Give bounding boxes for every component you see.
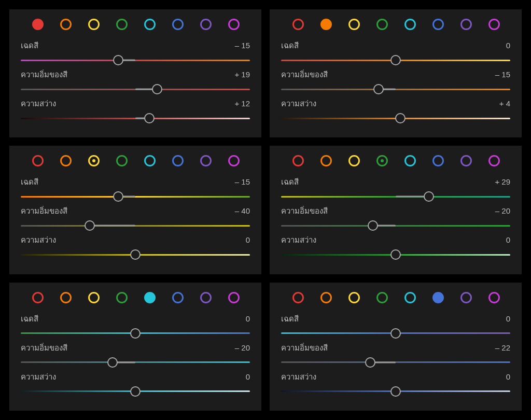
swatch-aqua[interactable] (404, 155, 416, 166)
swatch-aqua[interactable] (144, 292, 156, 303)
swatch-magenta[interactable] (488, 292, 500, 303)
swatch-yellow[interactable] (88, 155, 100, 166)
swatch-orange[interactable] (320, 19, 332, 30)
hue-slider[interactable] (21, 328, 250, 339)
swatch-yellow[interactable] (88, 19, 100, 30)
swatch-magenta[interactable] (488, 19, 500, 30)
swatch-blue[interactable] (172, 155, 184, 166)
swatch-green[interactable] (116, 155, 128, 166)
luminance-slider[interactable] (281, 113, 510, 123)
saturation-thumb[interactable] (152, 84, 162, 94)
swatch-purple[interactable] (460, 19, 472, 30)
saturation-thumb[interactable] (373, 84, 384, 94)
hsl-panel-yellow: เฉดสี– 15ความอิ่มของสี– 40ความสว่าง0 (9, 146, 261, 274)
saturation-thumb[interactable] (365, 357, 375, 368)
swatch-yellow[interactable] (88, 292, 100, 303)
luminance-slider[interactable] (21, 113, 250, 123)
swatch-red[interactable] (32, 292, 44, 303)
swatch-purple[interactable] (200, 155, 212, 166)
saturation-slider[interactable] (21, 220, 250, 231)
swatch-purple[interactable] (460, 292, 472, 303)
hue-slider-row: เฉดสี0 (281, 313, 510, 339)
hue-slider[interactable] (21, 191, 250, 202)
hue-thumb[interactable] (130, 328, 141, 339)
saturation-slider[interactable] (21, 357, 250, 368)
swatch-green[interactable] (116, 19, 128, 30)
swatch-blue[interactable] (172, 292, 184, 303)
hue-thumb[interactable] (113, 191, 123, 202)
hue-value: 0 (490, 314, 510, 323)
luminance-thumb[interactable] (395, 113, 406, 123)
saturation-slider[interactable] (281, 357, 510, 368)
swatch-yellow[interactable] (348, 19, 360, 30)
luminance-slider-row: ความสว่าง0 (21, 234, 250, 260)
saturation-thumb[interactable] (107, 357, 118, 368)
hue-label: เฉดสี (21, 39, 38, 52)
swatch-red[interactable] (32, 155, 44, 166)
hue-slider[interactable] (281, 55, 510, 65)
swatch-magenta[interactable] (228, 19, 240, 30)
swatch-magenta[interactable] (228, 292, 240, 303)
hue-thumb[interactable] (424, 191, 434, 202)
luminance-slider[interactable] (21, 249, 250, 260)
swatch-yellow[interactable] (348, 292, 360, 303)
saturation-slider[interactable] (281, 220, 510, 231)
luminance-thumb[interactable] (390, 249, 401, 260)
swatch-green[interactable] (376, 155, 388, 166)
swatch-red[interactable] (32, 19, 44, 30)
luminance-slider-row: ความสว่าง+ 4 (281, 97, 510, 123)
saturation-thumb[interactable] (85, 220, 95, 231)
hue-slider[interactable] (281, 191, 510, 202)
color-swatch-row (281, 155, 510, 166)
saturation-thumb[interactable] (368, 220, 378, 231)
hue-value: – 15 (229, 41, 250, 50)
luminance-slider-row: ความสว่าง+ 12 (21, 97, 250, 123)
luminance-value: 0 (490, 235, 510, 244)
luminance-thumb[interactable] (130, 386, 141, 397)
swatch-blue[interactable] (432, 19, 444, 30)
swatch-green[interactable] (116, 292, 128, 303)
swatch-orange[interactable] (60, 292, 72, 303)
luminance-thumb[interactable] (144, 113, 155, 123)
luminance-label: ความสว่าง (21, 97, 56, 110)
swatch-yellow[interactable] (348, 155, 360, 166)
swatch-orange[interactable] (60, 155, 72, 166)
swatch-aqua[interactable] (404, 19, 416, 30)
swatch-aqua[interactable] (144, 19, 156, 30)
luminance-slider[interactable] (281, 386, 510, 397)
swatch-blue[interactable] (432, 292, 444, 303)
swatch-green[interactable] (376, 292, 388, 303)
saturation-slider[interactable] (281, 84, 510, 94)
hue-thumb[interactable] (390, 55, 401, 65)
saturation-slider-row: ความอิ่มของสี– 22 (281, 342, 510, 368)
hue-thumb[interactable] (113, 55, 123, 65)
swatch-blue[interactable] (432, 155, 444, 166)
hue-thumb[interactable] (390, 328, 401, 339)
luminance-value: 0 (490, 372, 510, 381)
swatch-orange[interactable] (320, 155, 332, 166)
swatch-red[interactable] (292, 19, 304, 30)
swatch-purple[interactable] (200, 19, 212, 30)
luminance-label: ความสว่าง (21, 234, 56, 246)
swatch-orange[interactable] (320, 292, 332, 303)
luminance-slider[interactable] (281, 249, 510, 260)
swatch-magenta[interactable] (488, 155, 500, 166)
swatch-aqua[interactable] (404, 292, 416, 303)
swatch-magenta[interactable] (228, 155, 240, 166)
hue-slider[interactable] (281, 328, 510, 339)
hue-slider-row: เฉดสี0 (21, 313, 250, 339)
swatch-red[interactable] (292, 292, 304, 303)
swatch-green[interactable] (376, 19, 388, 30)
swatch-aqua[interactable] (144, 155, 156, 166)
hue-value: 0 (490, 41, 510, 50)
swatch-red[interactable] (292, 155, 304, 166)
swatch-orange[interactable] (60, 19, 72, 30)
hue-slider[interactable] (21, 55, 250, 65)
saturation-slider[interactable] (21, 84, 250, 94)
swatch-purple[interactable] (460, 155, 472, 166)
swatch-blue[interactable] (172, 19, 184, 30)
luminance-thumb[interactable] (130, 249, 141, 260)
swatch-purple[interactable] (200, 292, 212, 303)
luminance-thumb[interactable] (390, 386, 401, 397)
luminance-slider[interactable] (21, 386, 250, 397)
